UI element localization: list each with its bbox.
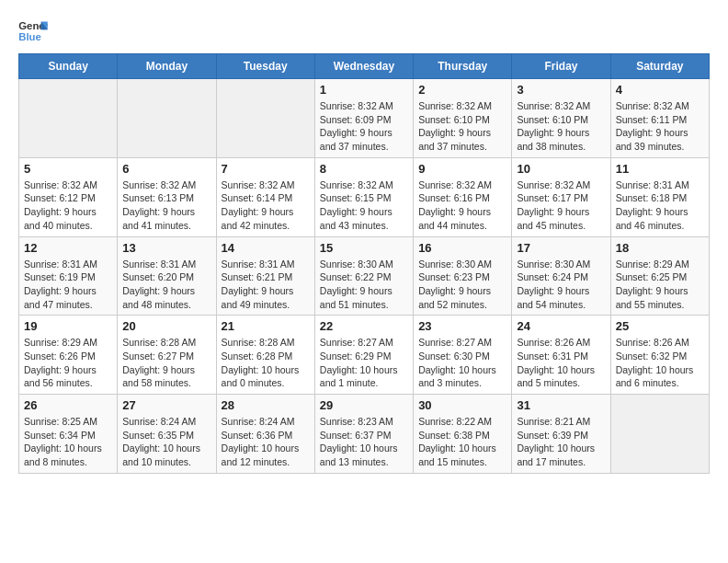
day-number: 2 — [418, 83, 506, 97]
calendar-cell: 23Sunrise: 8:27 AM Sunset: 6:30 PM Dayli… — [414, 316, 512, 395]
day-info: Sunrise: 8:32 AM Sunset: 6:16 PM Dayligh… — [418, 178, 506, 233]
day-info: Sunrise: 8:24 AM Sunset: 6:35 PM Dayligh… — [122, 415, 210, 469]
calendar-cell: 7Sunrise: 8:32 AM Sunset: 6:14 PM Daylig… — [216, 157, 314, 236]
day-info: Sunrise: 8:25 AM Sunset: 6:34 PM Dayligh… — [24, 415, 112, 469]
day-info: Sunrise: 8:31 AM Sunset: 6:20 PM Dayligh… — [122, 258, 210, 312]
logo-icon: General Blue — [18, 18, 48, 44]
day-info: Sunrise: 8:29 AM Sunset: 6:25 PM Dayligh… — [616, 258, 704, 312]
calendar-cell: 3Sunrise: 8:32 AM Sunset: 6:10 PM Daylig… — [512, 79, 610, 158]
day-info: Sunrise: 8:32 AM Sunset: 6:11 PM Dayligh… — [616, 99, 704, 154]
day-info: Sunrise: 8:32 AM Sunset: 6:14 PM Dayligh… — [222, 178, 310, 233]
day-info: Sunrise: 8:24 AM Sunset: 6:36 PM Dayligh… — [222, 415, 310, 469]
day-info: Sunrise: 8:31 AM Sunset: 6:19 PM Dayligh… — [24, 258, 112, 312]
calendar-cell: 12Sunrise: 8:31 AM Sunset: 6:19 PM Dayli… — [19, 236, 118, 316]
day-number: 9 — [418, 162, 506, 176]
svg-text:Blue: Blue — [18, 31, 41, 42]
calendar-cell: 1Sunrise: 8:32 AM Sunset: 6:09 PM Daylig… — [314, 79, 413, 158]
day-number: 20 — [122, 319, 210, 333]
weekday-header-sunday: Sunday — [19, 54, 118, 79]
page-header: General Blue — [18, 18, 710, 44]
calendar-cell: 14Sunrise: 8:31 AM Sunset: 6:21 PM Dayli… — [216, 236, 314, 316]
calendar-cell: 10Sunrise: 8:32 AM Sunset: 6:17 PM Dayli… — [512, 157, 610, 236]
day-info: Sunrise: 8:22 AM Sunset: 6:38 PM Dayligh… — [418, 415, 506, 469]
weekday-header-saturday: Saturday — [610, 54, 709, 79]
day-number: 14 — [222, 241, 310, 255]
day-number: 24 — [517, 319, 605, 333]
day-number: 15 — [320, 241, 408, 255]
weekday-header-wednesday: Wednesday — [314, 54, 413, 79]
calendar-cell: 5Sunrise: 8:32 AM Sunset: 6:12 PM Daylig… — [19, 157, 118, 236]
calendar-cell: 6Sunrise: 8:32 AM Sunset: 6:13 PM Daylig… — [118, 157, 216, 236]
calendar-cell: 15Sunrise: 8:30 AM Sunset: 6:22 PM Dayli… — [314, 236, 413, 316]
day-number: 30 — [418, 398, 506, 412]
calendar-cell — [19, 79, 118, 158]
day-info: Sunrise: 8:32 AM Sunset: 6:10 PM Dayligh… — [418, 99, 506, 154]
day-number: 19 — [24, 319, 112, 333]
day-number: 31 — [517, 398, 605, 412]
day-number: 28 — [222, 398, 310, 412]
calendar-cell: 8Sunrise: 8:32 AM Sunset: 6:15 PM Daylig… — [314, 157, 413, 236]
calendar-cell: 30Sunrise: 8:22 AM Sunset: 6:38 PM Dayli… — [414, 395, 512, 474]
logo: General Blue — [18, 18, 51, 44]
day-number: 21 — [222, 319, 310, 333]
day-number: 3 — [517, 83, 605, 97]
calendar-cell: 19Sunrise: 8:29 AM Sunset: 6:26 PM Dayli… — [19, 316, 118, 395]
week-row-3: 12Sunrise: 8:31 AM Sunset: 6:19 PM Dayli… — [19, 236, 710, 316]
day-number: 4 — [616, 83, 704, 97]
day-info: Sunrise: 8:30 AM Sunset: 6:22 PM Dayligh… — [320, 258, 408, 312]
day-number: 17 — [517, 241, 605, 255]
calendar-cell: 22Sunrise: 8:27 AM Sunset: 6:29 PM Dayli… — [314, 316, 413, 395]
calendar-cell: 31Sunrise: 8:21 AM Sunset: 6:39 PM Dayli… — [512, 395, 610, 474]
day-number: 10 — [517, 162, 605, 176]
day-number: 26 — [24, 398, 112, 412]
day-info: Sunrise: 8:32 AM Sunset: 6:10 PM Dayligh… — [517, 99, 605, 154]
calendar-table: SundayMondayTuesdayWednesdayThursdayFrid… — [18, 53, 710, 474]
weekday-header-monday: Monday — [118, 54, 216, 79]
calendar-cell: 9Sunrise: 8:32 AM Sunset: 6:16 PM Daylig… — [414, 157, 512, 236]
day-number: 7 — [222, 162, 310, 176]
week-row-1: 1Sunrise: 8:32 AM Sunset: 6:09 PM Daylig… — [19, 79, 710, 158]
day-info: Sunrise: 8:27 AM Sunset: 6:29 PM Dayligh… — [320, 336, 408, 390]
day-info: Sunrise: 8:32 AM Sunset: 6:17 PM Dayligh… — [517, 178, 605, 233]
day-number: 29 — [320, 398, 408, 412]
weekday-header-row: SundayMondayTuesdayWednesdayThursdayFrid… — [19, 54, 710, 79]
day-number: 22 — [320, 319, 408, 333]
day-info: Sunrise: 8:28 AM Sunset: 6:27 PM Dayligh… — [122, 336, 210, 390]
day-number: 18 — [616, 241, 704, 255]
calendar-cell — [216, 79, 314, 158]
calendar-cell: 27Sunrise: 8:24 AM Sunset: 6:35 PM Dayli… — [118, 395, 216, 474]
day-number: 11 — [616, 162, 704, 176]
calendar-cell — [610, 395, 709, 474]
calendar-cell: 20Sunrise: 8:28 AM Sunset: 6:27 PM Dayli… — [118, 316, 216, 395]
calendar-cell: 28Sunrise: 8:24 AM Sunset: 6:36 PM Dayli… — [216, 395, 314, 474]
day-info: Sunrise: 8:32 AM Sunset: 6:15 PM Dayligh… — [320, 178, 408, 233]
calendar-cell: 29Sunrise: 8:23 AM Sunset: 6:37 PM Dayli… — [314, 395, 413, 474]
calendar-cell: 16Sunrise: 8:30 AM Sunset: 6:23 PM Dayli… — [414, 236, 512, 316]
day-info: Sunrise: 8:26 AM Sunset: 6:32 PM Dayligh… — [616, 336, 704, 390]
calendar-cell: 25Sunrise: 8:26 AM Sunset: 6:32 PM Dayli… — [610, 316, 709, 395]
calendar-cell: 24Sunrise: 8:26 AM Sunset: 6:31 PM Dayli… — [512, 316, 610, 395]
day-number: 5 — [24, 162, 112, 176]
day-info: Sunrise: 8:26 AM Sunset: 6:31 PM Dayligh… — [517, 336, 605, 390]
calendar-header: SundayMondayTuesdayWednesdayThursdayFrid… — [19, 54, 710, 79]
day-info: Sunrise: 8:30 AM Sunset: 6:24 PM Dayligh… — [517, 258, 605, 312]
day-info: Sunrise: 8:30 AM Sunset: 6:23 PM Dayligh… — [418, 258, 506, 312]
day-number: 1 — [320, 83, 408, 97]
day-info: Sunrise: 8:29 AM Sunset: 6:26 PM Dayligh… — [24, 336, 112, 390]
day-number: 16 — [418, 241, 506, 255]
calendar-cell: 17Sunrise: 8:30 AM Sunset: 6:24 PM Dayli… — [512, 236, 610, 316]
calendar-cell: 21Sunrise: 8:28 AM Sunset: 6:28 PM Dayli… — [216, 316, 314, 395]
week-row-4: 19Sunrise: 8:29 AM Sunset: 6:26 PM Dayli… — [19, 316, 710, 395]
calendar-cell — [118, 79, 216, 158]
weekday-header-tuesday: Tuesday — [216, 54, 314, 79]
day-info: Sunrise: 8:28 AM Sunset: 6:28 PM Dayligh… — [222, 336, 310, 390]
day-info: Sunrise: 8:32 AM Sunset: 6:09 PM Dayligh… — [320, 99, 408, 154]
day-number: 12 — [24, 241, 112, 255]
day-number: 25 — [616, 319, 704, 333]
calendar-cell: 2Sunrise: 8:32 AM Sunset: 6:10 PM Daylig… — [414, 79, 512, 158]
day-number: 27 — [122, 398, 210, 412]
calendar-body: 1Sunrise: 8:32 AM Sunset: 6:09 PM Daylig… — [19, 79, 710, 474]
day-info: Sunrise: 8:27 AM Sunset: 6:30 PM Dayligh… — [418, 336, 506, 390]
day-info: Sunrise: 8:31 AM Sunset: 6:18 PM Dayligh… — [616, 178, 704, 233]
week-row-2: 5Sunrise: 8:32 AM Sunset: 6:12 PM Daylig… — [19, 157, 710, 236]
